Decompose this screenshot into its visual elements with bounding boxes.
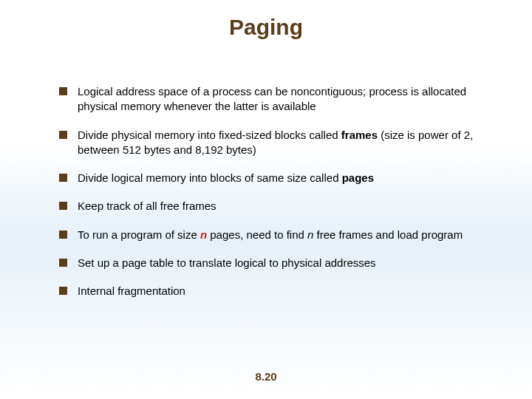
- square-bullet-icon: [59, 202, 67, 210]
- bullet-item: Divide physical memory into fixed-sized …: [59, 128, 480, 158]
- bullet-text: Keep track of all free frames: [78, 199, 480, 214]
- bullet-text: Divide physical memory into fixed-sized …: [78, 128, 480, 158]
- bullet-item: To run a program of size n pages, need t…: [59, 228, 480, 242]
- square-bullet-icon: [59, 131, 67, 139]
- bullet-item: Set up a page table to translate logical…: [59, 256, 480, 270]
- slide-content: Logical address space of a process can b…: [0, 40, 532, 299]
- slide-number: 8.20: [0, 370, 532, 383]
- bullet-text: Internal fragmentation: [78, 284, 480, 299]
- bullet-item: Keep track of all free frames: [59, 199, 480, 214]
- text-span: To run a program of size: [78, 228, 200, 241]
- text-span: Logical address space of a process can b…: [78, 85, 466, 112]
- bullet-text: Logical address space of a process can b…: [78, 84, 480, 115]
- text-span: pages, need to find: [207, 228, 307, 241]
- square-bullet-icon: [59, 287, 67, 295]
- text-span: frames: [341, 129, 378, 141]
- text-span: Divide logical memory into blocks of sam…: [78, 171, 342, 184]
- text-span: Keep track of all free frames: [78, 200, 216, 212]
- bullet-item: Internal fragmentation: [59, 284, 480, 299]
- text-span: Internal fragmentation: [78, 284, 185, 297]
- bullet-item: Divide logical memory into blocks of sam…: [59, 171, 480, 185]
- square-bullet-icon: [59, 87, 67, 95]
- slide-title: Paging: [0, 0, 532, 40]
- square-bullet-icon: [59, 259, 67, 267]
- bullet-text: To run a program of size n pages, need t…: [78, 228, 480, 242]
- bullet-text: Divide logical memory into blocks of sam…: [78, 171, 480, 185]
- text-span: free frames and load program: [313, 228, 463, 241]
- square-bullet-icon: [59, 231, 67, 239]
- text-span: Set up a page table to translate logical…: [78, 256, 376, 269]
- bullet-item: Logical address space of a process can b…: [59, 84, 480, 115]
- bullet-text: Set up a page table to translate logical…: [78, 256, 480, 270]
- slide: Paging Logical address space of a proces…: [0, 0, 532, 399]
- square-bullet-icon: [59, 174, 67, 182]
- text-span: pages: [342, 171, 374, 184]
- text-span: n: [200, 228, 207, 241]
- text-span: Divide physical memory into fixed-sized …: [78, 129, 341, 141]
